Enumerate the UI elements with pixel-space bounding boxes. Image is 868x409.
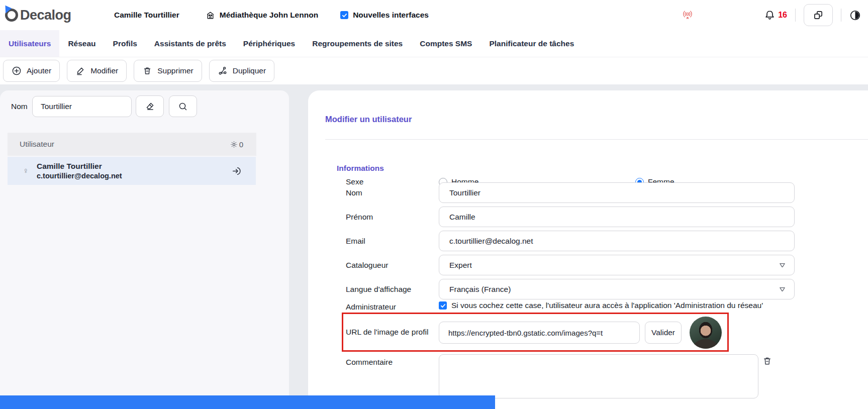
list-header: Utilisateur 0 — [8, 133, 256, 156]
catalogueur-label: Catalogueur — [346, 261, 439, 270]
list-settings-count: 0 — [239, 140, 243, 149]
tab-comptes-sms[interactable]: Comptes SMS — [411, 30, 480, 57]
field-prenom: Prénom — [346, 207, 795, 227]
female-icon: ♀ — [23, 166, 29, 175]
users-list-panel: Nom Utilisateur 0 ♀ Camille Tourtillier … — [0, 90, 289, 409]
login-icon — [231, 166, 242, 176]
nom-input[interactable] — [439, 182, 795, 203]
catalogueur-select[interactable] — [439, 255, 795, 275]
divider — [841, 9, 841, 22]
administrateur-help-text: Si vous cochez cette case, l'utilisateur… — [451, 301, 763, 310]
horizontal-scrollbar[interactable] — [0, 395, 495, 409]
divider — [795, 9, 796, 22]
section-title-informations: Informations — [337, 164, 384, 173]
current-user[interactable]: Camille Tourtillier — [95, 9, 179, 22]
valider-button[interactable]: Valider — [645, 322, 682, 344]
brand-name: Decalog — [20, 8, 71, 23]
profile-image-preview — [690, 317, 722, 349]
field-nom: Nom — [346, 182, 795, 203]
eraser-icon — [145, 101, 155, 112]
tab-regroupements-de-sites[interactable]: Regroupements de sites — [304, 30, 411, 57]
notifications-button[interactable]: 16 — [764, 10, 787, 21]
prenom-input[interactable] — [439, 207, 795, 227]
fork-icon — [218, 66, 228, 76]
email-input[interactable] — [439, 231, 795, 251]
contrast-icon — [849, 10, 861, 21]
user-list-row[interactable]: ♀ Camille Tourtillier c.tourtillier@deca… — [8, 157, 256, 185]
gear-icon — [230, 140, 238, 149]
check-icon — [342, 13, 347, 18]
impersonate-action[interactable] — [231, 166, 242, 176]
edit-user-card: Modifier un utilisateur Informations Sex… — [308, 90, 868, 409]
user-meta: Camille Tourtillier c.tourtillier@decalo… — [37, 161, 122, 180]
broadcast-button[interactable] — [682, 9, 694, 21]
search-row: Nom — [0, 95, 289, 117]
theme-toggle-button[interactable] — [849, 10, 861, 21]
tab-peripheriques[interactable]: Périphériques — [235, 30, 304, 57]
commentaire-label: Commentaire — [346, 358, 393, 367]
langue-label: Langue d'affichage — [346, 285, 439, 294]
apps-icon — [813, 10, 824, 21]
edit-button[interactable]: Modifier — [67, 60, 127, 82]
tab-profils[interactable]: Profils — [105, 30, 146, 57]
new-ui-toggle[interactable]: Nouvelles interfaces — [340, 11, 429, 20]
search-button[interactable] — [169, 95, 197, 117]
tab-planificateur-de-taches[interactable]: Planificateur de tâches — [480, 30, 583, 57]
building-icon — [206, 11, 215, 20]
tab-assistants-de-prets[interactable]: Assistants de prêts — [146, 30, 235, 57]
commentaire-textarea[interactable] — [439, 354, 758, 398]
field-catalogueur: Catalogueur — [346, 255, 795, 275]
current-site[interactable]: Médiathèque John Lennon — [206, 11, 318, 20]
clear-search-button[interactable] — [136, 95, 164, 117]
tab-utilisateurs[interactable]: Utilisateurs — [0, 30, 59, 57]
topbar-actions: 16 — [682, 4, 861, 26]
new-ui-checkbox[interactable] — [340, 11, 348, 19]
site-name: Médiathèque John Lennon — [220, 11, 318, 20]
add-button[interactable]: Ajouter — [3, 60, 60, 82]
nom-label: Nom — [346, 182, 439, 197]
field-email: Email — [346, 231, 795, 251]
administrateur-checkbox[interactable] — [439, 301, 447, 310]
url-image-label: URL de l'image de profil — [346, 328, 428, 337]
list-header-label: Utilisateur — [20, 140, 54, 149]
trash-icon — [762, 356, 773, 366]
trash-icon — [142, 66, 152, 76]
list-settings[interactable]: 0 — [230, 140, 243, 149]
broadcast-icon — [682, 9, 694, 21]
bell-icon — [764, 10, 776, 21]
clear-comment-action[interactable] — [762, 356, 773, 366]
apps-switcher-button[interactable] — [804, 4, 833, 26]
field-administrateur: Administrateur Si vous cochez cette case… — [346, 299, 763, 312]
decalog-logo-icon — [4, 8, 19, 23]
langue-select[interactable] — [439, 279, 795, 299]
row-user-name: Camille Tourtillier — [37, 161, 122, 171]
search-input[interactable] — [32, 96, 132, 117]
content-area: Nom Utilisateur 0 ♀ Camille Tourtillier … — [0, 84, 868, 409]
duplicate-button[interactable]: Dupliquer — [209, 60, 274, 82]
module-tabs: Utilisateurs Réseau Profils Assistants d… — [0, 30, 868, 57]
tab-reseau[interactable]: Réseau — [59, 30, 104, 57]
search-label: Nom — [11, 102, 28, 111]
check-icon — [440, 303, 446, 309]
email-label: Email — [346, 237, 439, 246]
pencil-icon — [75, 66, 85, 76]
delete-button[interactable]: Supprimer — [134, 60, 202, 82]
user-avatar — [95, 9, 109, 22]
url-image-input[interactable] — [439, 322, 640, 344]
field-langue: Langue d'affichage — [346, 279, 795, 299]
row-user-email: c.tourtillier@decalog.net — [37, 171, 122, 180]
new-ui-label: Nouvelles interfaces — [353, 11, 429, 20]
topbar: Decalog Camille Tourtillier Médiathèque … — [0, 0, 868, 30]
decalog-logo: Decalog — [4, 8, 79, 23]
prenom-label: Prénom — [346, 213, 439, 222]
search-icon — [178, 101, 188, 112]
user-name: Camille Tourtillier — [114, 11, 179, 20]
administrateur-label: Administrateur — [346, 302, 439, 312]
page-title: Modifier un utilisateur — [325, 115, 412, 124]
actions-toolbar: Ajouter Modifier Supprimer Dupliquer — [0, 57, 868, 84]
plus-circle-icon — [12, 66, 22, 76]
notification-count-badge: 16 — [778, 11, 787, 20]
title-divider — [325, 139, 868, 140]
